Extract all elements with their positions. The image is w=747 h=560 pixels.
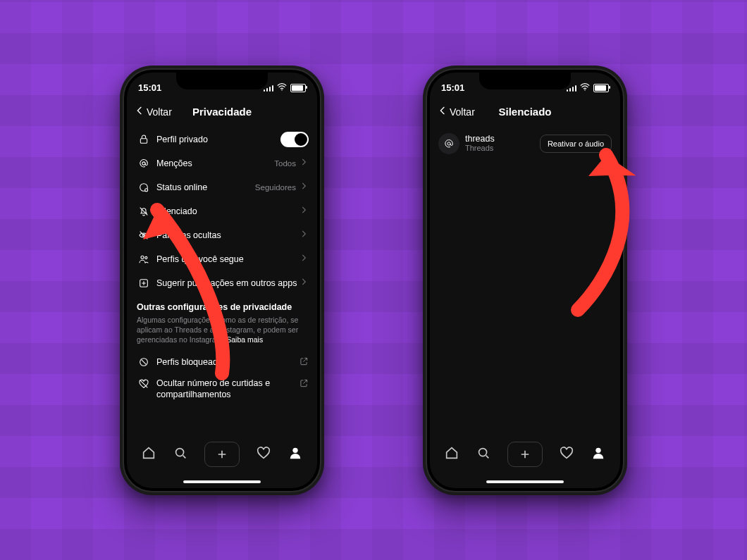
row-hide-likes[interactable]: Ocultar número de curtidas e compartilha… [135, 374, 309, 404]
chevron-right-icon [299, 181, 309, 193]
svg-point-2 [142, 161, 145, 164]
nav-bar: Voltar Privacidade [127, 98, 317, 126]
unmute-button[interactable]: Reativar o áudio [540, 135, 612, 153]
tab-home[interactable] [141, 445, 156, 463]
phone-right: 15:01 Voltar Silenciado t [423, 66, 627, 495]
svg-point-14 [479, 448, 486, 456]
tab-activity[interactable] [559, 445, 574, 463]
row-suggest-other-apps[interactable]: Sugerir publicações em outros apps [135, 271, 309, 295]
blocked-icon [135, 356, 152, 368]
chevron-right-icon [299, 205, 309, 217]
muted-display-name: Threads [465, 144, 540, 153]
svg-point-4 [145, 188, 148, 191]
chevron-left-icon [134, 105, 145, 118]
row-label: Status online [152, 182, 255, 192]
battery-icon [290, 84, 306, 92]
row-label: Perfis bloqueados [152, 357, 299, 367]
external-link-icon [299, 378, 309, 390]
svg-point-10 [175, 448, 183, 456]
notch [479, 73, 571, 89]
tab-compose[interactable] [507, 442, 543, 467]
svg-point-12 [584, 89, 586, 91]
svg-rect-1 [140, 138, 147, 143]
users-icon [135, 254, 152, 265]
avatar[interactable] [438, 133, 459, 154]
nav-bar: Voltar Silenciado [430, 98, 620, 126]
row-mentions[interactable]: Menções Todos [135, 151, 309, 175]
clock: 15:01 [441, 82, 464, 93]
eye-off-icon [135, 230, 152, 241]
lock-icon [135, 134, 152, 145]
svg-point-7 [145, 256, 147, 259]
row-blocked-profiles[interactable]: Perfis bloqueados [135, 350, 309, 374]
row-label: Ocultar número de curtidas e compartilha… [152, 378, 299, 400]
row-following-profiles[interactable]: Perfis que você segue [135, 247, 309, 271]
row-label: Palavras ocultas [152, 230, 299, 240]
chevron-right-icon [299, 253, 309, 265]
row-value: Todos [274, 159, 296, 168]
back-button[interactable]: Voltar [437, 105, 475, 118]
row-online-status[interactable]: Status online Seguidores [135, 175, 309, 199]
muted-list-item: threads Threads Reativar o áudio [438, 127, 612, 160]
section-title: Outras configurações de privacidade [137, 302, 292, 312]
row-label: Perfis que você segue [152, 254, 299, 264]
bell-off-icon [135, 206, 152, 217]
tab-profile[interactable] [591, 445, 606, 463]
row-private-profile[interactable]: Perfil privado [135, 127, 309, 151]
toggle-on[interactable] [280, 132, 309, 147]
learn-more-link[interactable]: Saiba mais [226, 335, 263, 344]
tab-activity[interactable] [256, 445, 271, 463]
row-label: Menções [152, 158, 274, 168]
row-value: Seguidores [255, 183, 296, 192]
phone-left: 15:01 Voltar Privacidade Perfil privado [120, 66, 324, 495]
row-label: Perfil privado [152, 135, 280, 144]
back-label: Voltar [147, 106, 172, 118]
wifi-icon [277, 82, 287, 93]
notch [176, 73, 268, 89]
section-description: Algumas configurações, como as de restri… [137, 315, 307, 345]
back-button[interactable]: Voltar [134, 105, 172, 118]
wifi-icon [580, 82, 590, 93]
chevron-left-icon [437, 105, 448, 118]
tab-bar [430, 437, 620, 471]
online-status-icon [135, 182, 152, 193]
back-label: Voltar [450, 106, 475, 118]
tab-search[interactable] [173, 445, 188, 463]
external-link-icon [299, 356, 309, 368]
tab-search[interactable] [476, 445, 491, 463]
battery-icon [593, 84, 609, 92]
muted-username[interactable]: threads [465, 134, 540, 144]
svg-point-6 [141, 256, 144, 259]
chevron-right-icon [299, 157, 309, 169]
heart-off-icon [135, 378, 152, 390]
tab-compose[interactable] [204, 442, 240, 467]
svg-point-11 [293, 447, 298, 452]
chevron-right-icon [299, 229, 309, 241]
home-indicator[interactable] [486, 480, 564, 483]
share-other-apps-icon [135, 278, 152, 289]
row-hidden-words[interactable]: Palavras ocultas [135, 223, 309, 247]
tab-bar [127, 437, 317, 471]
svg-point-13 [447, 142, 450, 144]
row-label: Silenciado [152, 206, 299, 216]
row-muted[interactable]: Silenciado [135, 199, 309, 223]
at-icon [135, 158, 152, 169]
svg-point-0 [281, 89, 283, 91]
chevron-right-icon [299, 277, 309, 289]
clock: 15:01 [138, 82, 161, 93]
tab-profile[interactable] [288, 445, 303, 463]
svg-point-15 [596, 447, 601, 452]
home-indicator[interactable] [183, 480, 261, 483]
tab-home[interactable] [444, 445, 459, 463]
row-label: Sugerir publicações em outros apps [152, 278, 299, 288]
